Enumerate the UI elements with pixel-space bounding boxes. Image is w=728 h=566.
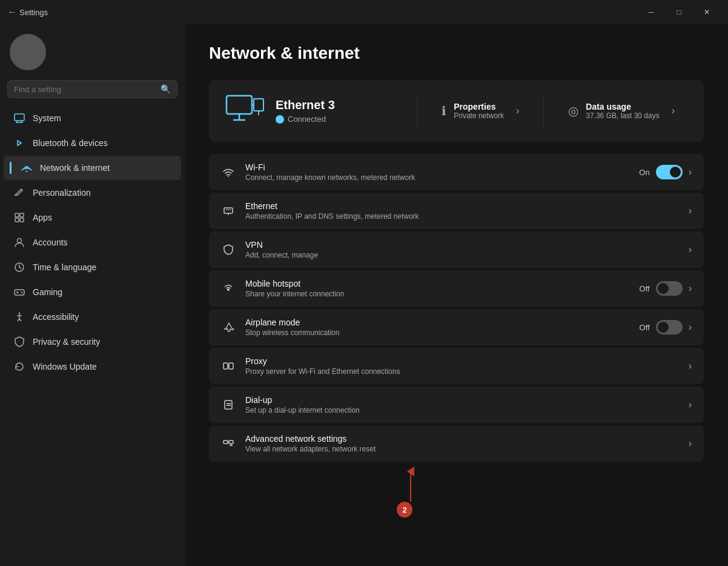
accessibility-nav-icon [13, 311, 25, 323]
titlebar-title: Settings [19, 8, 48, 17]
svg-rect-5 [15, 213, 19, 217]
svg-rect-31 [224, 208, 233, 213]
chevron-wifi: › [689, 167, 692, 178]
ethernet-divider [417, 96, 417, 126]
toggle-label-wifi: On [639, 168, 649, 177]
vpn-row-icon [221, 242, 236, 257]
toggle-hotspot[interactable] [656, 281, 683, 296]
svg-rect-7 [15, 218, 19, 222]
settings-row-airplane[interactable]: Airplane mode Stop wireless communicatio… [209, 309, 704, 345]
sidebar-item-time[interactable]: Time & language [4, 255, 181, 279]
svg-rect-38 [229, 363, 233, 369]
svg-rect-27 [254, 99, 263, 111]
row-title-vpn: VPN [245, 240, 679, 250]
sidebar-item-personalization[interactable]: Personalization [4, 181, 181, 205]
sidebar-item-network[interactable]: Network & internet [4, 156, 181, 180]
sidebar-item-label-bluetooth: Bluetooth & devices [33, 138, 108, 148]
row-right-ethernet: › [689, 205, 692, 216]
search-box[interactable]: 🔍 [7, 80, 177, 98]
row-sub-wifi: Connect, manage known networks, metered … [245, 173, 629, 182]
nav-container: System Bluetooth & devices Network & int… [0, 105, 185, 379]
ethernet-name: Ethernet 3 [276, 98, 407, 112]
sidebar-item-privacy[interactable]: Privacy & security [4, 330, 181, 354]
active-indicator [10, 162, 12, 174]
toggle-thumb-wifi [670, 167, 681, 178]
bluetooth-nav-icon [13, 137, 25, 149]
sidebar-item-label-apps: Apps [33, 213, 52, 222]
sidebar-item-label-network: Network & internet [40, 163, 110, 173]
chevron-vpn: › [689, 244, 692, 255]
row-title-dialup: Dial-up [245, 395, 679, 405]
back-button[interactable]: ← [7, 7, 17, 18]
sidebar-item-gaming[interactable]: Gaming [4, 280, 181, 304]
search-input[interactable] [14, 85, 158, 94]
search-icon: 🔍 [160, 84, 171, 94]
svg-rect-13 [15, 290, 24, 295]
ethernet-row-icon [221, 204, 236, 218]
sidebar-item-accounts[interactable]: Accounts [4, 230, 181, 255]
sidebar-item-bluetooth[interactable]: Bluetooth & devices [4, 131, 181, 155]
sidebar-item-label-accounts: Accounts [33, 238, 68, 247]
toggle-wifi[interactable] [656, 165, 683, 179]
settings-row-hotspot[interactable]: Mobile hotspot Share your internet conne… [209, 270, 704, 307]
minimize-button[interactable]: ─ [637, 2, 665, 22]
svg-point-18 [22, 293, 23, 294]
row-sub-hotspot: Share your internet connection [245, 290, 630, 298]
row-right-advanced: › [689, 438, 692, 449]
data-usage-chevron: › [672, 105, 675, 116]
settings-row-wifi[interactable]: Wi-Fi Connect, manage known networks, me… [209, 154, 704, 190]
chevron-hotspot: › [689, 283, 692, 294]
toggle-label-hotspot: Off [640, 284, 650, 293]
main-content: Network & internet Ethernet 3 [185, 24, 728, 566]
settings-list: Wi-Fi Connect, manage known networks, me… [209, 154, 704, 462]
advanced-row-icon [221, 436, 236, 451]
row-title-ethernet: Ethernet [245, 201, 679, 211]
row-sub-vpn: Add, connect, manage [245, 251, 679, 259]
sidebar-item-apps[interactable]: Apps [4, 205, 181, 230]
close-button[interactable]: ✕ [693, 2, 721, 22]
svg-point-19 [19, 313, 21, 315]
ethernet-card: Ethernet 3 Connected ℹ Properties Privat… [209, 80, 704, 142]
properties-chevron: › [516, 105, 519, 116]
ethernet-info: Ethernet 3 Connected [276, 98, 407, 124]
chevron-ethernet: › [689, 205, 692, 216]
svg-point-36 [227, 288, 230, 291]
svg-point-17 [21, 291, 22, 293]
settings-row-proxy[interactable]: Proxy Proxy server for Wi-Fi and Etherne… [209, 348, 704, 384]
sidebar-item-system[interactable]: System [4, 106, 181, 130]
apps-nav-icon [13, 211, 25, 224]
properties-button[interactable]: ℹ Properties Private network › [427, 102, 534, 120]
svg-line-23 [19, 319, 21, 321]
svg-rect-47 [223, 441, 228, 444]
row-sub-advanced: View all network adapters, network reset [245, 445, 679, 453]
sidebar-item-label-system: System [33, 113, 61, 123]
data-usage-button[interactable]: ◎ Data usage 37.36 GB, last 30 days › [554, 102, 689, 120]
svg-rect-6 [20, 213, 24, 217]
toggle-thumb-hotspot [658, 283, 669, 294]
row-sub-airplane: Stop wireless communication [245, 328, 630, 337]
annotation-arrow-2 [405, 465, 417, 502]
system-nav-icon [13, 112, 25, 124]
windows_update-nav-icon [13, 361, 25, 373]
sidebar-item-label-gaming: Gaming [33, 287, 62, 297]
sidebar-item-windows_update[interactable]: Windows Update [4, 355, 181, 379]
svg-rect-45 [228, 405, 230, 406]
settings-row-vpn[interactable]: VPN Add, connect, manage › [209, 231, 704, 268]
svg-point-30 [228, 176, 229, 177]
row-right-dialup: › [689, 399, 692, 410]
settings-row-dialup[interactable]: Dial-up Set up a dial-up internet connec… [209, 387, 704, 423]
settings-row-advanced[interactable]: Advanced network settings View all netwo… [209, 425, 704, 462]
airplane-row-icon [221, 320, 236, 335]
chevron-dialup: › [689, 399, 692, 410]
row-title-proxy: Proxy [245, 356, 679, 366]
wifi-row-icon [221, 165, 236, 179]
svg-rect-46 [230, 405, 231, 406]
hotspot-row-icon [221, 281, 236, 296]
maximize-button[interactable]: □ [665, 2, 693, 22]
settings-row-ethernet[interactable]: Ethernet Authentication, IP and DNS sett… [209, 193, 704, 229]
sidebar-item-accessibility[interactable]: Accessibility [4, 305, 181, 329]
app-body: 🔍 System Bluetooth & devices Network & i… [0, 24, 728, 566]
svg-rect-8 [20, 218, 24, 222]
row-title-hotspot: Mobile hotspot [245, 279, 630, 288]
toggle-airplane[interactable] [656, 320, 683, 335]
